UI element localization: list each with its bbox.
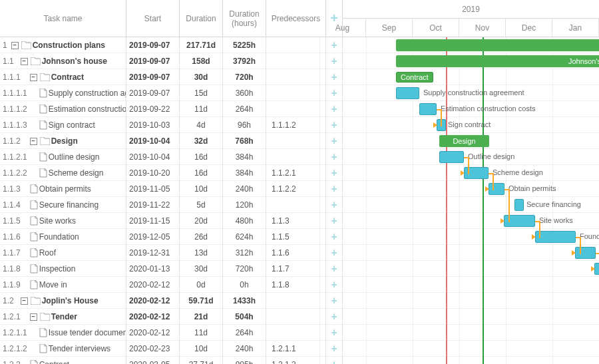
cell-pred: [266, 133, 326, 149]
cell-start: 2019-09-07: [126, 85, 180, 101]
collapse-toggle[interactable]: −: [30, 74, 37, 81]
add-task-button[interactable]: +: [326, 149, 343, 165]
collapse-toggle[interactable]: −: [11, 42, 19, 49]
table-row[interactable]: 1.1.3Obtain permits2019-11-0510d240h1.1.…: [0, 181, 343, 197]
cell-duration: 59.71d: [180, 293, 223, 309]
collapse-toggle[interactable]: −: [30, 138, 37, 145]
cell-hours: 384h: [223, 165, 266, 181]
add-task-button[interactable]: +: [326, 325, 343, 341]
col-duration[interactable]: Duration: [180, 0, 223, 37]
col-name[interactable]: Task name: [0, 0, 126, 37]
group-bar[interactable]: Design: [439, 135, 489, 147]
add-task-button[interactable]: +: [326, 277, 343, 293]
task-name: Design: [51, 136, 78, 146]
table-row[interactable]: 1.1.6Foundation2019-12-0526d624h1.1.5+: [0, 229, 343, 245]
add-task-button[interactable]: +: [326, 101, 343, 117]
wbs-id: 1.1.6: [3, 232, 21, 242]
task-bar[interactable]: [437, 119, 446, 131]
table-row[interactable]: 1.1.2.1Outline design2019-10-0416d384h+: [0, 149, 343, 165]
cell-hours: 1433h: [223, 293, 266, 309]
cell-duration: 32d: [180, 133, 223, 149]
cell-start: 2019-10-04: [126, 149, 180, 165]
cell-start: 2020-01-13: [126, 261, 180, 277]
table-row[interactable]: 1.2.1.2Tender interviews2020-02-2310d240…: [0, 341, 343, 357]
table-row[interactable]: 1.1.2−Design2019-10-0432d768h+: [0, 133, 343, 149]
task-bar[interactable]: [489, 183, 504, 195]
task-bar[interactable]: [464, 167, 489, 179]
add-task-button[interactable]: +: [326, 229, 343, 245]
month-header: Nov: [459, 19, 506, 37]
table-row[interactable]: 1.2.2Contract2020-03-0537.71d905h1.2.1.2…: [0, 357, 343, 364]
col-pred[interactable]: Predecessors: [266, 0, 326, 37]
task-bar[interactable]: [514, 199, 524, 211]
table-row[interactable]: 1.1.7Roof2019-12-3113d312h1.1.6+: [0, 245, 343, 261]
wbs-id: 1.2.1: [3, 312, 21, 321]
cell-hours: 264h: [223, 325, 266, 341]
add-task-button[interactable]: +: [326, 341, 343, 357]
col-start[interactable]: Start: [126, 0, 180, 37]
task-bar[interactable]: [575, 247, 596, 259]
table-row[interactable]: 1.1.1.2Estimation construction costs2019…: [0, 101, 343, 117]
add-task-button[interactable]: +: [326, 69, 343, 85]
cell-hours: 264h: [223, 101, 266, 117]
table-row[interactable]: 1−Construction plans2019-09-07217.71d522…: [0, 37, 343, 53]
task-name: Roof: [39, 248, 56, 258]
cell-hours: 120h: [223, 197, 266, 213]
table-row[interactable]: 1.1.9Move in2020-02-120d0h1.1.8+: [0, 277, 343, 293]
table-row[interactable]: 1.1−Johnson's house2019-09-07158d3792h+: [0, 53, 343, 69]
cell-start: 2019-09-07: [126, 37, 180, 53]
add-task-button[interactable]: +: [326, 53, 343, 69]
add-task-button[interactable]: +: [326, 357, 343, 364]
add-task-button[interactable]: +: [326, 261, 343, 277]
task-name: Construction plans: [33, 41, 105, 50]
task-bar[interactable]: [396, 87, 419, 99]
table-row[interactable]: 1.1.8Inspection2020-01-1330d720h1.1.7+: [0, 261, 343, 277]
cell-hours: 312h: [223, 245, 266, 261]
collapse-toggle[interactable]: −: [30, 313, 37, 321]
col-hours[interactable]: Duration (hours): [223, 0, 266, 37]
wbs-id: 1.1.1: [3, 73, 21, 82]
table-row[interactable]: 1.2.1.1Issue tender documents2020-02-121…: [0, 325, 343, 341]
add-task-button[interactable]: +: [326, 85, 343, 101]
timeline-year: 2019: [343, 0, 599, 19]
wbs-id: 1.2: [3, 296, 14, 305]
table-row[interactable]: 1.1.1.1Supply construction agreement2019…: [0, 85, 343, 101]
table-row[interactable]: 1.2−Joplin's House2020-02-1259.71d1433h+: [0, 293, 343, 309]
task-bar[interactable]: [535, 231, 576, 243]
task-bar[interactable]: [594, 263, 599, 275]
group-bar[interactable]: Contract: [396, 72, 433, 83]
collapse-toggle[interactable]: −: [21, 58, 28, 65]
cell-pred: 1.2.1.1: [266, 341, 326, 357]
add-task-button[interactable]: +: [326, 165, 343, 181]
add-task-button[interactable]: +: [326, 197, 343, 213]
cell-hours: 0h: [223, 277, 266, 293]
month-header: Dec: [506, 19, 552, 37]
add-task-button[interactable]: +: [326, 37, 343, 53]
cell-pred: 1.1.3: [266, 213, 326, 229]
add-task-button[interactable]: +: [326, 133, 343, 149]
table-row[interactable]: 1.1.1−Contract2019-09-0730d720h+: [0, 69, 343, 85]
summary-bar[interactable]: Johnson's house: [396, 55, 599, 67]
task-bar[interactable]: [504, 215, 535, 227]
add-task-button[interactable]: +: [326, 213, 343, 229]
table-row[interactable]: 1.1.4Secure financing2019-11-225d120h+: [0, 197, 343, 213]
summary-bar[interactable]: Construction plans: [396, 39, 599, 51]
task-name: Sign contract: [49, 120, 95, 130]
cell-duration: 21d: [180, 309, 223, 325]
table-row[interactable]: 1.2.1−Tender2020-02-1221d504h+: [0, 309, 343, 325]
add-task-button[interactable]: +: [326, 181, 343, 197]
table-row[interactable]: 1.1.1.3Sign contract2019-10-034d96h1.1.1…: [0, 117, 343, 133]
task-bar[interactable]: [419, 103, 437, 115]
add-task-button[interactable]: +: [326, 117, 343, 133]
add-task-button[interactable]: +: [326, 309, 343, 325]
table-row[interactable]: 1.1.5Site works2019-11-1520d480h1.1.3+: [0, 213, 343, 229]
table-row[interactable]: 1.1.2.2Scheme design2019-10-2016d384h1.1…: [0, 165, 343, 181]
collapse-toggle[interactable]: −: [21, 297, 28, 305]
cell-start: 2019-12-31: [126, 245, 180, 261]
task-bar[interactable]: [439, 151, 464, 163]
add-task-button[interactable]: +: [326, 293, 343, 309]
task-name: Contract: [51, 73, 84, 82]
cell-duration: 15d: [180, 85, 223, 101]
add-task-button[interactable]: +: [326, 245, 343, 261]
cell-duration: 217.71d: [180, 37, 223, 53]
